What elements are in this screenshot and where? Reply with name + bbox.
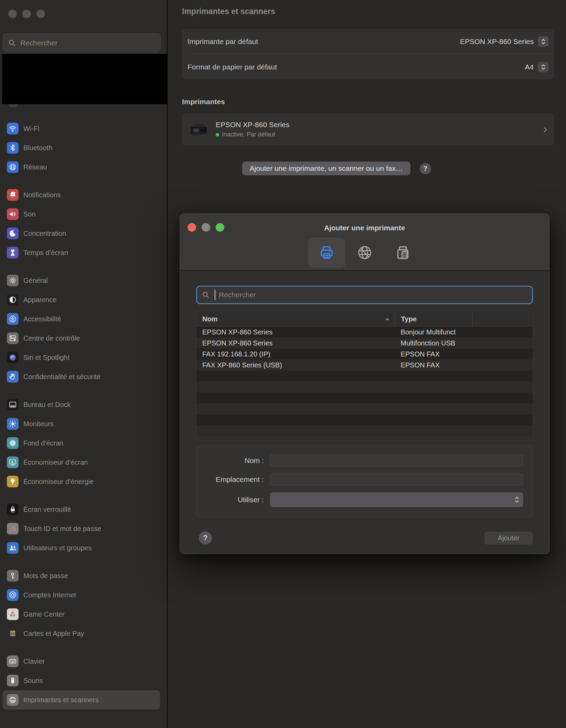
cell-nom: FAX XP-860 Series (USB) — [196, 361, 395, 369]
updown-chevrons-icon — [541, 37, 546, 46]
contrast-icon — [7, 294, 19, 306]
dialog-window-controls — [188, 223, 224, 232]
table-row[interactable]: FAX XP-860 Series (USB)EPSON FAX — [196, 360, 533, 371]
sidebar-item-accessibilit-[interactable]: Accessibilité — [3, 309, 160, 329]
network-globe-icon — [7, 161, 19, 173]
sidebar-search-input[interactable]: Rechercher — [3, 33, 161, 52]
key-icon — [7, 570, 19, 582]
sidebar-item-label: Son — [23, 210, 36, 218]
default-printer-label: Imprimante par défaut — [188, 37, 258, 46]
sidebar-item-apparence[interactable]: Apparence — [3, 290, 160, 309]
help-button[interactable]: ? — [420, 163, 431, 174]
toolbar-button-printer-fax-icon[interactable] — [384, 238, 421, 268]
sidebar-item--conomiseur-d-nergie[interactable]: Économiseur d’énergie — [3, 472, 160, 491]
close-button[interactable] — [8, 10, 17, 18]
sidebar-item-moniteurs[interactable]: Moniteurs — [3, 414, 160, 433]
at-icon — [7, 589, 19, 601]
sidebar-item-souris[interactable]: Souris — [3, 671, 160, 690]
sidebar-item-centre-de-contr-le[interactable]: Centre de contrôle — [3, 329, 160, 348]
name-field[interactable] — [270, 455, 523, 466]
dialog-add-button[interactable]: Ajouter — [484, 532, 533, 544]
sidebar-item-concentration[interactable]: Concentration — [3, 224, 160, 243]
wifi-icon — [7, 123, 19, 134]
table-row-empty[interactable] — [196, 371, 533, 382]
add-printer-button[interactable]: Ajouter une imprimante, un scanner ou un… — [242, 162, 410, 175]
location-field[interactable] — [270, 474, 523, 485]
dialog-toolbar — [180, 238, 549, 268]
sidebar-item-label: Confidentialité et sécurité — [23, 373, 101, 381]
sidebar-item-cartes-et-apple-pay[interactable]: Cartes et Apple Pay — [3, 624, 160, 643]
table-row[interactable]: EPSON XP-860 SeriesMultifonction USB — [196, 338, 533, 349]
sidebar-item-r-seau[interactable]: Réseau — [3, 157, 160, 177]
column-header-nom[interactable]: Nom — [196, 312, 395, 326]
sidebar-item-label: Général — [23, 277, 48, 285]
dialog-search-input[interactable]: Rechercher — [196, 286, 533, 304]
search-icon — [8, 39, 16, 47]
sidebar-item--cran-verrouill-[interactable]: Écran verrouillé — [3, 500, 160, 519]
table-row-empty[interactable] — [196, 393, 533, 404]
printers-heading: Imprimantes — [182, 98, 554, 106]
sidebar-item-label: Économiseur d’énergie — [23, 478, 94, 486]
sidebar-item-touch-id-et-mot-de-passe[interactable]: Touch ID et mot de passe — [3, 519, 160, 538]
cell-nom: EPSON XP-860 Series — [196, 328, 395, 336]
cell-type: EPSON FAX — [395, 361, 472, 369]
dialog-title: Ajouter une imprimante — [180, 214, 549, 232]
toolbar-button-printer-default-icon[interactable] — [308, 238, 345, 268]
sidebar-item-bluetooth[interactable]: Bluetooth — [3, 138, 160, 157]
sidebar-item-mots-de-passe[interactable]: Mots de passe — [3, 566, 160, 585]
dialog-titlebar: Ajouter une imprimante — [180, 214, 549, 271]
table-row-empty[interactable] — [196, 415, 533, 426]
table-body: EPSON XP-860 SeriesBonjour MultifunctEPS… — [196, 327, 533, 437]
sidebar-item-imprimantes-et-scanners[interactable]: Imprimantes et scanners — [3, 690, 160, 709]
table-row-empty[interactable] — [196, 426, 533, 437]
bulb-icon — [7, 476, 19, 487]
sidebar-item-clavier[interactable]: Clavier — [3, 652, 160, 671]
sidebar-item-bureau-et-dock[interactable]: Bureau et Dock — [3, 395, 160, 414]
dialog-help-button[interactable]: ? — [199, 531, 212, 544]
table-row-empty[interactable] — [196, 382, 533, 393]
printer-list-item[interactable]: EPSON XP-860 Series Inactive, Par défaut… — [182, 113, 554, 145]
table-row[interactable]: FAX 192.168.1.20 (IP)EPSON FAX — [196, 349, 533, 360]
table-row[interactable]: EPSON XP-860 SeriesBonjour Multifunct — [196, 327, 533, 338]
sidebar-item-temps-d-cran[interactable]: Temps d’écran — [3, 243, 160, 262]
sidebar-item-confidentialit-et-s-curit-[interactable]: Confidentialité et sécurité — [3, 367, 160, 386]
printer-details-form: Nom : Emplacement : Utiliser : — [196, 445, 533, 518]
cell-type: Multifonction USB — [395, 339, 472, 347]
toolbar-button-globe-ip-icon[interactable] — [346, 238, 383, 268]
column-header-type[interactable]: Type — [395, 312, 472, 326]
minimize-button[interactable] — [22, 10, 31, 18]
sidebar-item-wi-fi[interactable]: Wi-Fi — [3, 119, 160, 138]
dialog-close-button[interactable] — [188, 223, 196, 232]
sidebar-item-fond-d-cran[interactable]: Fond d’écran — [3, 433, 160, 453]
table-row-empty[interactable] — [196, 404, 533, 415]
sidebar-item-notifications[interactable]: Notifications — [3, 185, 160, 205]
sidebar-item-son[interactable]: Son — [3, 205, 160, 224]
game-center-icon — [7, 608, 19, 620]
dialog-zoom-button[interactable] — [216, 223, 224, 232]
default-printer-select[interactable] — [538, 36, 548, 47]
sidebar-item-game-center[interactable]: Game Center — [3, 605, 160, 624]
redacted-profile-area — [2, 54, 168, 104]
zoom-button[interactable] — [36, 10, 45, 18]
sidebar-item--conomiseur-d-cran[interactable]: Économiseur d’écran — [3, 453, 160, 472]
sidebar-item-label: Réseau — [23, 163, 47, 171]
sidebar-item-g-n-ral[interactable]: Général — [3, 271, 160, 290]
mouse-icon — [7, 675, 19, 686]
sidebar-item-label: Temps d’écran — [23, 249, 68, 257]
printer-icon — [7, 694, 19, 706]
sidebar-item-comptes-internet[interactable]: Comptes Internet — [3, 585, 160, 605]
use-dropdown[interactable] — [270, 493, 523, 507]
cell-type: Bonjour Multifunct — [395, 328, 472, 336]
sidebar-item-siri-et-spotlight[interactable]: Siri et Spotlight — [3, 348, 160, 367]
dock-icon — [7, 399, 19, 410]
dialog-minimize-button[interactable] — [202, 223, 210, 232]
default-paper-value: A4 — [525, 63, 534, 71]
screensaver-icon — [7, 456, 19, 468]
moon-icon — [7, 228, 19, 239]
default-paper-select[interactable] — [538, 62, 548, 72]
brightness-icon — [7, 418, 19, 430]
updown-chevrons-icon — [541, 63, 546, 71]
dialog-body: Rechercher Nom Type EPSON XP-860 Series — [180, 286, 549, 544]
sidebar-item-utilisateurs-et-groupes[interactable]: Utilisateurs et groupes — [3, 538, 160, 558]
table-header: Nom Type — [196, 312, 533, 327]
